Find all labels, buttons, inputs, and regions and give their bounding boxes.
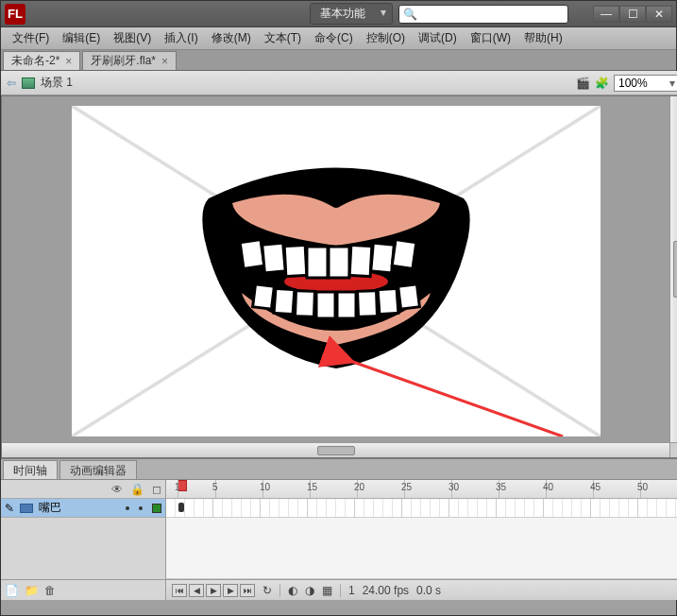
lock-dot[interactable] <box>139 506 143 510</box>
frames-track[interactable] <box>166 499 677 518</box>
back-arrow-icon[interactable]: ⇦ <box>7 77 16 90</box>
layer-icon <box>20 504 33 513</box>
search-input[interactable] <box>419 9 564 20</box>
menu-text[interactable]: 文本(T) <box>259 27 307 49</box>
menu-modify[interactable]: 修改(M) <box>206 27 257 49</box>
scene-bar: ⇦ 场景 1 🎬 🧩 100% <box>1 71 677 95</box>
search-box[interactable]: 🔍 <box>398 5 568 24</box>
frames-column: 15101520253035404550 ⏮ ◀ ▶ ▶ ⏭ <box>166 480 677 600</box>
tab-motion-editor[interactable]: 动画编辑器 <box>59 460 137 479</box>
pencil-icon: ✎ <box>5 502 14 515</box>
svg-line-17 <box>350 361 563 436</box>
menu-bar: 文件(F) 编辑(E) 视图(V) 插入(I) 修改(M) 文本(T) 命令(C… <box>1 27 676 50</box>
vertical-scrollbar[interactable] <box>669 96 677 442</box>
close-button[interactable]: ✕ <box>646 6 672 23</box>
new-layer-icon[interactable]: 📄 <box>5 584 19 597</box>
zoom-value: 100% <box>618 77 648 90</box>
annotation-arrow <box>72 106 601 436</box>
prev-frame-button[interactable]: ◀ <box>189 584 204 597</box>
workspace-switcher[interactable]: 基本功能 <box>310 3 393 25</box>
maximize-button[interactable]: ☐ <box>619 6 646 23</box>
edit-frames-icon[interactable]: ▦ <box>322 584 332 597</box>
timeline-panel: 时间轴 动画编辑器 👁 🔒 ◻ ✎ 嘴巴 <box>1 458 677 600</box>
visibility-dot[interactable] <box>126 506 129 510</box>
menu-insert[interactable]: 插入(I) <box>159 27 203 49</box>
minimize-button[interactable]: — <box>593 6 619 23</box>
outline-swatch[interactable] <box>152 504 161 513</box>
next-frame-button[interactable]: ▶ <box>223 584 238 597</box>
menu-file[interactable]: 文件(F) <box>7 27 55 49</box>
stage-area <box>1 95 677 458</box>
search-icon: 🔍 <box>403 8 417 21</box>
edit-symbol-icon[interactable]: 🧩 <box>595 77 608 90</box>
menu-view[interactable]: 视图(V) <box>108 27 157 49</box>
menu-edit[interactable]: 编辑(E) <box>57 27 106 49</box>
onion-skin-icon[interactable]: ◐ <box>288 584 297 597</box>
timeline-status: ⏮ ◀ ▶ ▶ ⏭ ↻ ◐ ◑ ▦ 1 <box>166 579 677 600</box>
title-bar: FL 基本功能 🔍 — ☐ ✕ <box>1 1 676 27</box>
doc-tab-1[interactable]: 未命名-2* × <box>3 51 80 70</box>
app-logo: FL <box>5 4 25 25</box>
menu-help[interactable]: 帮助(H) <box>518 27 568 49</box>
horizontal-scrollbar[interactable] <box>2 442 669 457</box>
keyframe[interactable] <box>178 503 184 512</box>
workspace-area: 基本功能 🔍 — ☐ ✕ <box>310 3 672 25</box>
close-icon[interactable]: × <box>65 55 72 68</box>
outline-icon[interactable]: ◻ <box>152 483 161 496</box>
loop-icon[interactable]: ↻ <box>262 584 272 597</box>
last-frame-button[interactable]: ⏭ <box>240 584 255 597</box>
tab-timeline[interactable]: 时间轴 <box>3 460 58 479</box>
eye-icon[interactable]: 👁 <box>111 483 123 496</box>
doc-tab-2[interactable]: 牙刷刷牙.fla* × <box>82 51 177 70</box>
current-frame: 1 <box>348 584 355 597</box>
onion-outline-icon[interactable]: ◑ <box>305 584 314 597</box>
document-tabs: 未命名-2* × 牙刷刷牙.fla* × <box>1 50 676 71</box>
delete-layer-icon[interactable]: 🗑 <box>44 584 56 597</box>
menu-window[interactable]: 窗口(W) <box>465 27 516 49</box>
zoom-select[interactable]: 100% <box>614 75 677 92</box>
first-frame-button[interactable]: ⏮ <box>172 584 187 597</box>
menu-control[interactable]: 控制(O) <box>361 27 411 49</box>
doc-tab-label: 牙刷刷牙.fla* <box>91 53 156 69</box>
menu-debug[interactable]: 调试(D) <box>413 27 463 49</box>
doc-tab-label: 未命名-2* <box>11 53 59 69</box>
layers-column: 👁 🔒 ◻ ✎ 嘴巴 <box>1 480 166 600</box>
menu-commands[interactable]: 命令(C) <box>309 27 359 49</box>
layer-name[interactable]: 嘴巴 <box>39 500 61 516</box>
close-icon[interactable]: × <box>161 55 168 68</box>
scene-icon <box>22 77 35 89</box>
play-button[interactable]: ▶ <box>206 584 221 597</box>
lock-icon[interactable]: 🔒 <box>130 483 144 496</box>
elapsed-label: 0.0 s <box>416 584 441 597</box>
edit-scene-icon[interactable]: 🎬 <box>576 77 589 90</box>
layer-row[interactable]: ✎ 嘴巴 <box>1 499 165 518</box>
scene-name: 场景 1 <box>41 75 73 91</box>
timeline-ruler[interactable]: 15101520253035404550 <box>166 480 677 499</box>
stage-canvas[interactable] <box>72 106 601 436</box>
new-folder-icon[interactable]: 📁 <box>25 584 39 597</box>
fps-label: 24.00 fps <box>363 584 409 597</box>
